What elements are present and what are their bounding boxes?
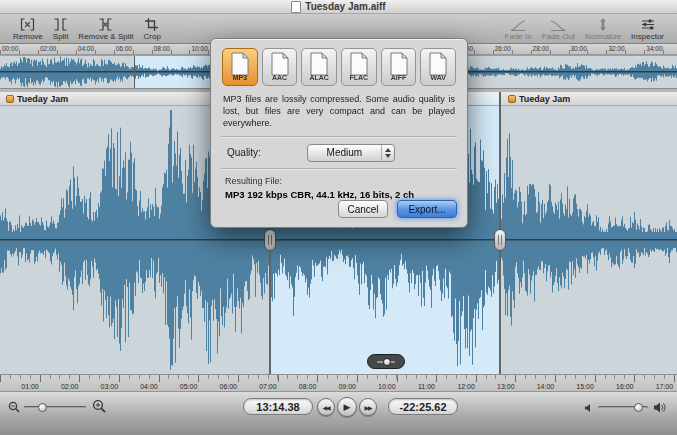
titlebar[interactable]: Tuesday Jam.aiff <box>0 0 677 14</box>
fade-out-button[interactable]: Fade Out <box>542 17 575 41</box>
overview-ruler-label: 32:00 <box>608 45 624 52</box>
file-icon <box>309 52 329 76</box>
fast-forward-button[interactable]: ▶▶ <box>359 398 377 416</box>
rewind-button[interactable]: ◀◀ <box>317 398 335 416</box>
inspector-button[interactable]: Inspector <box>631 17 664 41</box>
format-label: AIFF <box>382 74 416 81</box>
volume-high-icon[interactable] <box>653 401 667 414</box>
format-aac-button[interactable]: AAC <box>262 48 298 86</box>
split-label: Split <box>53 32 69 41</box>
remove-and-split-label: Remove & Split <box>78 32 133 41</box>
crop-button[interactable]: Crop <box>144 17 161 41</box>
zoom-in-icon[interactable] <box>92 399 106 413</box>
grip-line <box>501 235 502 245</box>
timeline-ruler-label: 15:00 <box>576 383 594 390</box>
format-label: WAV <box>421 74 455 81</box>
quality-popup[interactable]: Medium <box>307 144 395 162</box>
elapsed-time-display: 13:14.38 <box>243 398 313 415</box>
timeline-ruler-label: 11:00 <box>418 383 435 390</box>
timeline-ruler-label: 03:00 <box>101 383 119 390</box>
remove-and-split-button[interactable]: Remove & Split <box>78 17 133 41</box>
volume-slider[interactable] <box>598 406 648 409</box>
export-button[interactable]: Export... <box>397 200 457 218</box>
timeline-ruler-label: 07:00 <box>259 383 277 390</box>
format-label: FLAC <box>342 74 376 81</box>
split-icon <box>53 17 68 31</box>
track-label-3: Tueday Jam <box>508 94 570 104</box>
popup-arrows-icon <box>381 145 394 161</box>
clip-icon <box>6 95 14 103</box>
inspector-label: Inspector <box>631 32 664 41</box>
normalize-button[interactable]: Normalize <box>585 17 621 41</box>
app-window: Tuesday Jam.aiff Remove Split Remove & S… <box>0 0 677 435</box>
split-handle-1[interactable] <box>264 229 276 251</box>
format-selector-row: MP3AACALACFLACAIFFWAV <box>211 39 467 86</box>
overview-ruler-label: 10:00 <box>192 45 208 52</box>
fade-out-icon <box>550 17 566 31</box>
format-alac-button[interactable]: ALAC <box>301 48 337 86</box>
fade-in-label: Fade In <box>505 32 532 41</box>
cancel-button[interactable]: Cancel <box>338 200 388 218</box>
zoom-slider[interactable] <box>24 406 86 409</box>
grip-line <box>271 235 272 245</box>
timeline-ruler-label: 09:00 <box>338 383 356 390</box>
resulting-file-value: MP3 192 kbps CBR, 44.1 kHz, 16 bits, 2 c… <box>225 189 453 200</box>
inspector-icon <box>641 17 655 31</box>
timeline-ruler-label: 12:00 <box>457 383 475 390</box>
overview-ruler-label: 34:00 <box>646 45 662 52</box>
timeline-ruler-label: 08:00 <box>299 383 317 390</box>
format-wav-button[interactable]: WAV <box>420 48 456 86</box>
timeline-ruler: 01:0002:0003:0004:0005:0006:0007:0008:00… <box>0 374 677 392</box>
remove-button[interactable]: Remove <box>13 17 43 41</box>
timeline-ruler-label: 01:00 <box>21 383 39 390</box>
document-proxy-icon <box>291 1 301 13</box>
file-icon <box>389 52 409 76</box>
timeline-ruler-label: 14:00 <box>537 383 555 390</box>
fast-forward-icon: ▶▶ <box>364 404 371 411</box>
fade-in-button[interactable]: Fade In <box>505 17 532 41</box>
normalize-icon <box>597 17 609 31</box>
export-dialog: MP3AACALACFLACAIFFWAV MP3 files are loss… <box>210 38 468 228</box>
file-icon <box>230 52 250 76</box>
track-label-text: Tueday Jam <box>17 94 68 104</box>
selection-zoom-knob[interactable] <box>383 358 391 366</box>
track-label-text: Tueday Jam <box>519 94 570 104</box>
play-button[interactable]: ▶ <box>337 397 357 417</box>
resulting-file-label: Resulting File: <box>225 176 453 186</box>
timeline-ruler-label: 13:00 <box>497 383 515 390</box>
format-label: ALAC <box>302 74 336 81</box>
overview-ruler-label: 06:00 <box>116 45 132 52</box>
overview-ruler-label: 00:00 <box>2 45 18 52</box>
zoom-out-icon[interactable] <box>8 401 20 413</box>
clip-icon <box>508 95 516 103</box>
overview-ruler-label: 04:00 <box>78 45 94 52</box>
remaining-time-display: -22:25.62 <box>388 398 458 415</box>
selection-zoom-track[interactable] <box>377 361 395 363</box>
bottom-control-bar: 13:14.38 ◀◀ ▶ ▶▶ -22:25.62 <box>0 392 677 435</box>
format-label: MP3 <box>223 74 257 81</box>
timeline-ruler-label: 04:00 <box>140 383 158 390</box>
normalize-label: Normalize <box>585 32 621 41</box>
play-icon: ▶ <box>344 402 351 412</box>
volume-slider-knob[interactable] <box>634 403 643 412</box>
grip-line <box>268 235 269 245</box>
fade-out-label: Fade Out <box>542 32 575 41</box>
grip-line <box>498 235 499 245</box>
dialog-separator <box>221 168 457 170</box>
zoom-slider-knob[interactable] <box>38 403 47 412</box>
track-label-1: Tueday Jam <box>6 94 68 104</box>
crop-icon <box>145 17 159 31</box>
volume-low-icon[interactable] <box>584 403 594 413</box>
format-mp3-button[interactable]: MP3 <box>222 48 258 86</box>
format-flac-button[interactable]: FLAC <box>341 48 377 86</box>
overview-ruler-label: 08:00 <box>154 45 170 52</box>
format-aiff-button[interactable]: AIFF <box>381 48 417 86</box>
split-marker-2[interactable] <box>499 92 501 374</box>
timeline-ruler-label: 02:00 <box>61 383 79 390</box>
split-button[interactable]: Split <box>53 17 69 41</box>
timeline-ruler-label: 06:00 <box>219 383 237 390</box>
selection-zoom-control[interactable] <box>367 354 405 369</box>
split-handle-2[interactable] <box>494 229 506 251</box>
remove-icon <box>20 17 35 31</box>
fade-in-icon <box>510 17 526 31</box>
